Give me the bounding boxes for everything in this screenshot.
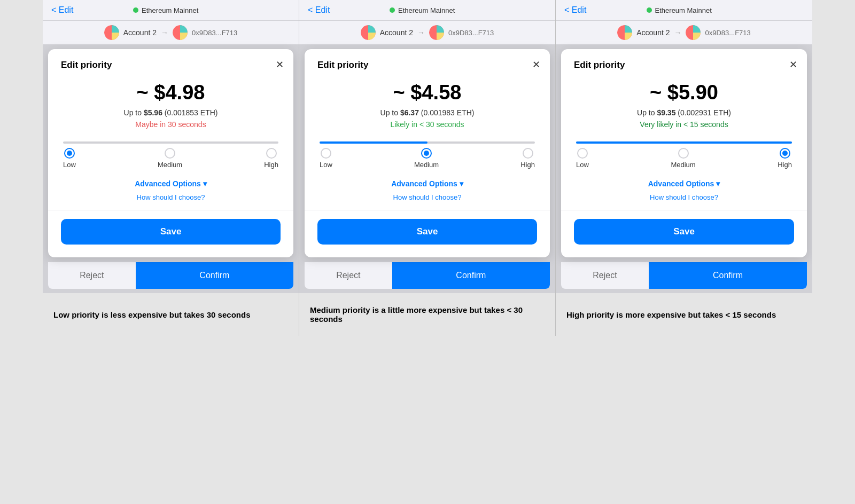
slider-options-row: LowMediumHigh — [320, 148, 535, 169]
back-button[interactable]: < Edit — [564, 5, 586, 15]
advanced-options-link[interactable]: Advanced Options ▾ — [61, 179, 281, 188]
advanced-options-link[interactable]: Advanced Options ▾ — [317, 179, 537, 188]
modal-divider — [48, 210, 293, 210]
account-label: Account 2 — [636, 28, 670, 37]
avatar-left — [361, 25, 376, 40]
priority-option-low[interactable]: Low — [320, 148, 332, 169]
reject-button[interactable]: Reject — [561, 262, 649, 289]
top-bar: < Edit Ethereum Mainnet — [43, 0, 299, 21]
address-avatar — [173, 25, 188, 40]
network-indicator: Ethereum Mainnet — [647, 6, 712, 14]
network-status-dot — [390, 7, 395, 13]
slider-track — [320, 141, 535, 144]
save-button[interactable]: Save — [574, 219, 794, 245]
confirm-button[interactable]: Confirm — [136, 262, 293, 289]
radio-low[interactable] — [321, 148, 331, 159]
modal-title: Edit priority — [317, 60, 537, 70]
top-bar: < Edit Ethereum Mainnet — [556, 0, 812, 21]
bottom-caption: High priority is more expensive but take… — [556, 293, 812, 336]
timing-label: Likely in < 30 seconds — [317, 120, 537, 129]
option-label-low: Low — [63, 161, 76, 169]
address-label: 0x9D83...F713 — [192, 29, 237, 37]
priority-option-medium[interactable]: Medium — [158, 148, 182, 169]
network-status-dot — [133, 7, 138, 13]
priority-slider[interactable]: LowMediumHigh — [61, 141, 281, 169]
modal-title: Edit priority — [61, 60, 281, 70]
radio-medium[interactable] — [678, 148, 689, 159]
phone-panel-medium: < Edit Ethereum Mainnet Account 2 → 0x9D… — [299, 0, 556, 336]
priority-option-low[interactable]: Low — [63, 148, 76, 169]
radio-medium[interactable] — [421, 148, 432, 159]
account-row: Account 2 → 0x9D83...F713 — [43, 21, 299, 45]
radio-high[interactable] — [523, 148, 533, 159]
option-label-high: High — [264, 161, 278, 169]
bottom-caption: Low priority is less expensive but takes… — [43, 293, 299, 336]
priority-slider[interactable]: LowMediumHigh — [317, 141, 537, 169]
confirm-button[interactable]: Confirm — [392, 262, 550, 289]
account-avatar — [361, 25, 376, 40]
account-row: Account 2 → 0x9D83...F713 — [299, 21, 555, 45]
option-label-medium: Medium — [414, 161, 439, 169]
reject-button[interactable]: Reject — [305, 262, 392, 289]
avatar-left — [104, 25, 119, 40]
radio-low[interactable] — [577, 148, 588, 159]
price-sub: Up to $9.35 (0.002931 ETH) — [574, 108, 794, 117]
close-button[interactable]: ✕ — [789, 59, 797, 70]
slider-options-row: LowMediumHigh — [63, 148, 278, 169]
action-row: RejectConfirm — [48, 262, 293, 289]
avatar-right — [686, 25, 701, 40]
address-avatar — [429, 25, 444, 40]
network-indicator: Ethereum Mainnet — [390, 6, 455, 14]
address-label: 0x9D83...F713 — [705, 29, 750, 37]
close-button[interactable]: ✕ — [276, 59, 284, 70]
account-avatar — [617, 25, 632, 40]
price-main: ~ $4.58 — [317, 81, 537, 104]
price-main: ~ $4.98 — [61, 81, 281, 104]
priority-option-medium[interactable]: Medium — [671, 148, 695, 169]
avatar-left — [617, 25, 632, 40]
radio-medium[interactable] — [165, 148, 175, 159]
back-button[interactable]: < Edit — [51, 5, 73, 15]
slider-fill — [576, 141, 792, 144]
how-choose-link[interactable]: How should I choose? — [317, 193, 537, 201]
modal-divider — [561, 210, 807, 210]
address-label: 0x9D83...F713 — [448, 29, 494, 37]
priority-option-low[interactable]: Low — [576, 148, 589, 169]
network-indicator: Ethereum Mainnet — [133, 6, 198, 14]
save-button[interactable]: Save — [317, 219, 537, 245]
how-choose-link[interactable]: How should I choose? — [574, 193, 794, 201]
avatar-right — [173, 25, 188, 40]
account-avatar — [104, 25, 119, 40]
arrow-icon: → — [161, 28, 168, 37]
modal-divider — [305, 210, 550, 210]
phone-panel-high: < Edit Ethereum Mainnet Account 2 → 0x9D… — [556, 0, 812, 336]
priority-slider[interactable]: LowMediumHigh — [574, 141, 794, 169]
how-choose-link[interactable]: How should I choose? — [61, 193, 281, 201]
reject-button[interactable]: Reject — [48, 262, 136, 289]
action-row: RejectConfirm — [561, 262, 807, 289]
radio-low[interactable] — [64, 148, 75, 159]
slider-options-row: LowMediumHigh — [576, 148, 792, 169]
radio-high[interactable] — [780, 148, 790, 159]
slider-track — [63, 141, 278, 144]
priority-option-high[interactable]: High — [778, 148, 792, 169]
back-button[interactable]: < Edit — [308, 5, 330, 15]
option-label-medium: Medium — [158, 161, 182, 169]
bottom-caption: Medium priority is a little more expensi… — [299, 293, 555, 336]
priority-option-medium[interactable]: Medium — [414, 148, 439, 169]
option-label-high: High — [520, 161, 535, 169]
account-label: Account 2 — [123, 28, 157, 37]
save-button[interactable]: Save — [61, 219, 281, 245]
arrow-icon: → — [674, 28, 681, 37]
close-button[interactable]: ✕ — [532, 59, 540, 70]
priority-option-high[interactable]: High — [264, 148, 278, 169]
edit-priority-modal: ✕Edit priority~ $5.90Up to $9.35 (0.0029… — [561, 49, 807, 257]
action-row: RejectConfirm — [305, 262, 550, 289]
slider-fill — [320, 141, 428, 144]
radio-high[interactable] — [266, 148, 277, 159]
network-label: Ethereum Mainnet — [398, 6, 455, 14]
advanced-options-link[interactable]: Advanced Options ▾ — [574, 179, 794, 188]
option-label-low: Low — [576, 161, 589, 169]
confirm-button[interactable]: Confirm — [649, 262, 807, 289]
priority-option-high[interactable]: High — [520, 148, 535, 169]
